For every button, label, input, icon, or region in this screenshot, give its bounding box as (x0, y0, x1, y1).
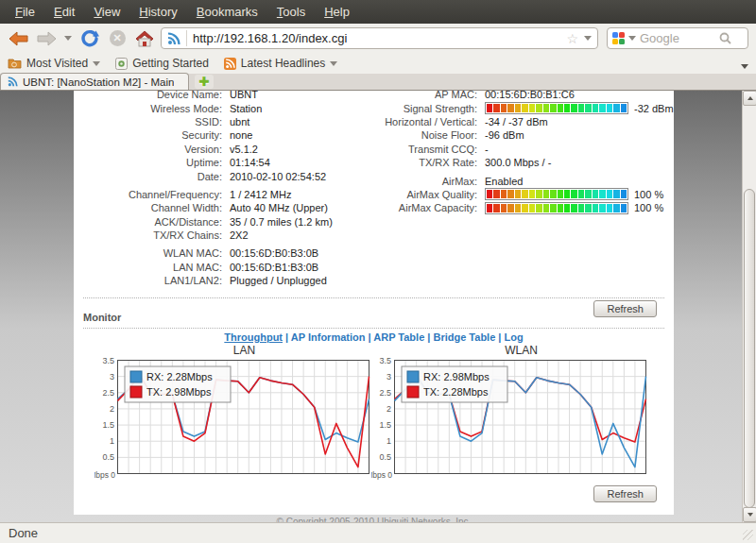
separator (83, 328, 664, 329)
status-value: Auto 40 MHz (Upper) (230, 202, 328, 213)
status-row: TX/RX Rate:300.0 Mbps / - (383, 156, 671, 169)
url-bar[interactable]: http://192.168.1.20/index.cgi ☆ (161, 27, 598, 49)
chart-lan: LAN3.532.521.510.5Mbps 0RX: 2.28MbpsTX: … (94, 344, 370, 481)
resize-grip[interactable] (743, 530, 753, 540)
status-value-text: none (230, 129, 252, 141)
signal-bar-segment (571, 190, 576, 198)
svg-text:3: 3 (110, 372, 114, 382)
status-row: AirMax Quality:100 % (383, 188, 671, 201)
status-right-column: AP MAC:00:15:6D:B0:B1:C6Signal Strength:… (383, 91, 671, 215)
svg-text:1: 1 (110, 436, 114, 446)
reload-button[interactable] (78, 27, 101, 50)
monitor-link-bridge-table[interactable]: Bridge Table (433, 331, 495, 343)
bookmark-label: Getting Started (132, 57, 209, 70)
signal-bar-segment (599, 104, 605, 112)
status-row: Transmit CCQ:- (383, 143, 671, 156)
menu-file[interactable]: File (6, 1, 44, 23)
refresh-button-status[interactable]: Refresh (593, 300, 657, 317)
status-value: - (485, 144, 489, 155)
signal-bar-segment (613, 204, 619, 212)
list-all-tabs-button[interactable] (741, 69, 748, 86)
bookmark-star-icon[interactable]: ☆ (566, 32, 578, 45)
status-value-text: -34 / -37 dBm (485, 116, 548, 127)
search-icon[interactable] (719, 32, 731, 44)
signal-level-bar (485, 202, 628, 214)
monitor-link-throughput[interactable]: Throughput (224, 331, 283, 343)
back-button[interactable] (8, 27, 30, 50)
chart-canvas: 3.532.521.510.5Mbps 0RX: 2.98MbpsTX: 2.2… (371, 358, 647, 481)
signal-bar-segment (501, 190, 507, 198)
status-value: ubnt (230, 116, 249, 127)
signal-bar-segment (550, 104, 556, 112)
status-value-text: Station (230, 103, 262, 114)
scroll-up-button[interactable] (743, 91, 756, 106)
status-label: Transmit CCQ: (383, 144, 477, 155)
legend-label-rx: RX: 2.28Mbps (146, 371, 213, 382)
url-dropdown-icon[interactable] (584, 36, 592, 41)
status-label: Version: (83, 144, 222, 155)
signal-bar-segment (487, 204, 492, 212)
signal-bar-segment (585, 204, 591, 212)
status-value: 00:15:6D:B0:B1:C6 (485, 91, 575, 100)
status-label: SSID: (83, 116, 222, 127)
search-engine-dropdown-icon[interactable] (628, 36, 636, 41)
search-input[interactable] (640, 31, 715, 45)
arrow-down-icon (747, 513, 753, 517)
signal-bar-segment (564, 204, 570, 212)
url-text[interactable]: http://192.168.1.20/index.cgi (193, 31, 560, 45)
arrow-up-icon (747, 96, 753, 100)
status-value-text: 35 / 0.7 miles (1.2 km) (230, 216, 333, 228)
monitor-link-arp-table[interactable]: ARP Table (373, 331, 424, 343)
back-forward-dropdown[interactable] (62, 27, 74, 50)
status-value: -34 / -37 dBm (485, 116, 548, 127)
signal-bar-segment (536, 204, 541, 212)
bookmark-most-visited[interactable]: Most Visited (8, 57, 100, 70)
signal-bar-segment (607, 104, 612, 112)
home-button[interactable] (133, 27, 156, 50)
status-value: 300.0 Mbps / - (485, 157, 551, 168)
status-label: Horizontal / Vertical: (383, 116, 477, 127)
bookmark-getting-started[interactable]: Getting Started (115, 57, 209, 70)
menu-tools[interactable]: Tools (267, 1, 315, 23)
status-value-text: 100 % (634, 189, 663, 200)
scroll-down-button[interactable] (743, 507, 756, 522)
scrollbar-thumb[interactable] (744, 189, 755, 508)
site-feed-icon (167, 32, 180, 45)
menu-view[interactable]: View (84, 1, 129, 23)
urlbar-divider (186, 30, 187, 46)
refresh-button-monitor[interactable]: Refresh (593, 485, 657, 502)
tab-title: UBNT: [NanoStation M2] - Main (23, 76, 174, 88)
back-arrow-icon (9, 31, 29, 46)
signal-level-bar (485, 188, 628, 200)
signal-bar-segment (585, 104, 591, 112)
tab-ubnt-main[interactable]: UBNT: [NanoStation M2] - Main (0, 73, 189, 90)
menu-help[interactable]: Help (315, 1, 359, 23)
status-value-text: v5.1.2 (230, 144, 258, 155)
forward-button[interactable] (35, 27, 58, 50)
signal-bar-segment (558, 104, 563, 112)
status-value: 35 / 0.7 miles (1.2 km) (230, 216, 333, 228)
status-value: 1 / 2412 MHz (230, 189, 291, 200)
menu-bookmarks[interactable]: Bookmarks (187, 1, 267, 23)
search-box[interactable] (607, 27, 748, 49)
chart-title: LAN (94, 344, 370, 358)
monitor-link-log[interactable]: Log (504, 331, 523, 343)
status-label: AirMax Quality: (383, 189, 477, 200)
status-label: ACK/Distance: (83, 216, 222, 228)
google-engine-icon (612, 32, 625, 44)
status-value-text: ubnt (230, 116, 249, 127)
status-value-text: UBNT (230, 91, 258, 100)
new-tab-button[interactable]: ✚ (195, 75, 214, 89)
vertical-scrollbar[interactable] (742, 91, 756, 522)
status-label: TX/RX Chains: (83, 229, 222, 241)
menu-history[interactable]: History (129, 1, 186, 23)
chart-title: WLAN (371, 344, 647, 358)
bookmark-latest-headlines[interactable]: Latest Headlines (224, 57, 337, 70)
monitor-link-ap-information[interactable]: AP Information (291, 331, 366, 343)
menu-edit[interactable]: Edit (44, 1, 84, 23)
signal-bar-segment (529, 204, 535, 212)
svg-text:0.5: 0.5 (102, 452, 114, 462)
plus-icon: ✚ (199, 76, 210, 88)
stop-button[interactable]: ✕ (106, 27, 129, 50)
signal-bar-segment (543, 204, 549, 212)
